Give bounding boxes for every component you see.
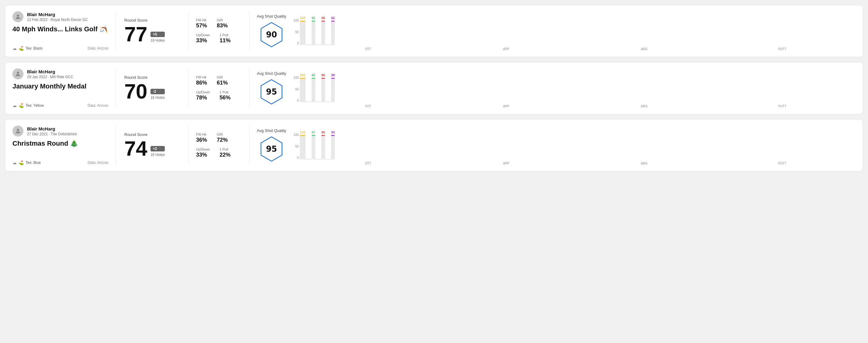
quality-section: Avg Shot Quality 95 100 50 0	[250, 68, 856, 108]
bar-value-arg: 98	[321, 16, 325, 20]
score-number: 70	[124, 81, 148, 101]
player-text: Blair McHarg 29 Jan 2022 · Mill Ride GCC	[27, 69, 73, 79]
oneputt-stat: 1 Putt 22%	[219, 148, 230, 158]
score-number: 77	[124, 24, 148, 44]
fw-hit-label: FW Hit	[196, 132, 207, 136]
fw-hit-stat: FW Hit 57%	[196, 18, 207, 29]
y-label-100: 100	[294, 19, 299, 22]
player-text: Blair McHarg 27 Dec 2021 · The Oxfordshi…	[27, 126, 77, 136]
weather-icon: ☁	[12, 46, 17, 51]
gir-value: 72%	[217, 137, 228, 143]
chart-label-arg: ARG	[578, 48, 710, 51]
fw-hit-label: FW Hit	[196, 18, 207, 22]
quality-section: Avg Shot Quality 95 100 50 0	[250, 126, 856, 165]
round-title: Christmas Round 🎄	[12, 139, 108, 148]
stats-row-top: FW Hit 86% GIR 61%	[196, 75, 242, 86]
data-source: Data: Arccos	[88, 161, 108, 165]
chart-bars-wrapper: 101 86 96 99	[300, 70, 848, 103]
oneputt-stat: 1 Putt 56%	[219, 90, 230, 101]
y-axis: 100 50 0	[294, 133, 299, 161]
bottom-row: ☁ ⛳ Tee: Blue Data: Arccos	[12, 160, 108, 165]
svg-point-4	[17, 129, 19, 131]
tee-label: Tee: Black	[26, 46, 42, 51]
stats-row-top: FW Hit 57% GIR 83%	[196, 18, 242, 29]
player-name: Blair McHarg	[27, 12, 88, 17]
fw-hit-stat: FW Hit 86%	[196, 75, 207, 86]
fw-hit-label: FW Hit	[196, 75, 207, 79]
bar-col-ott: 107	[300, 16, 305, 45]
player-text: Blair McHarg 12 Feb 2022 · Royal North D…	[27, 12, 88, 22]
player-date-course: 12 Feb 2022 · Royal North Devon GC	[27, 18, 88, 22]
bar-bg-app	[312, 78, 315, 102]
updown-value: 33%	[196, 152, 210, 158]
bar-bg-app	[312, 135, 315, 159]
gir-stat: GIR 83%	[217, 18, 228, 29]
y-axis: 100 50 0	[294, 19, 299, 46]
bar-value-app: 95	[312, 16, 315, 20]
oneputt-value: 56%	[219, 95, 230, 101]
oneputt-label: 1 Putt	[219, 148, 230, 151]
updown-stat: Up/Down 78%	[196, 90, 210, 101]
stats-row-bottom: Up/Down 33% 1 Putt 11%	[196, 33, 242, 44]
quality-label: Avg Shot Quality	[257, 71, 286, 76]
data-source: Data: Arccos	[88, 46, 108, 51]
bottom-row: ☁ ⛳ Tee: Yellow Data: Arccos	[12, 103, 108, 108]
score-row: 77 +5 18 Holes	[124, 24, 180, 44]
gir-value: 83%	[217, 23, 228, 29]
y-label-50: 50	[294, 88, 299, 91]
tee-info: ☁ ⛳ Tee: Blue	[12, 160, 41, 165]
y-label-100: 100	[294, 133, 299, 136]
golf-icon: ⛳	[19, 160, 24, 165]
chart-bars-wrapper: 110 87 95 93	[300, 127, 848, 161]
stats-section: FW Hit 36% GIR 72% Up/Down 33% 1 Putt	[189, 126, 250, 165]
tee-label: Tee: Blue	[26, 161, 41, 165]
tee-label: Tee: Yellow	[26, 103, 44, 107]
tee-info: ☁ ⛳ Tee: Yellow	[12, 103, 44, 108]
score-diff-badge: -2	[151, 89, 165, 94]
chart-bars-wrapper: 107 95 98 82	[300, 13, 848, 46]
fw-hit-stat: FW Hit 36%	[196, 132, 207, 143]
left-section: Blair McHarg 12 Feb 2022 · Royal North D…	[12, 11, 116, 51]
updown-value: 33%	[196, 37, 210, 44]
bottom-row: ☁ ⛳ Tee: Black Data: Arccos	[12, 46, 108, 51]
quality-section: Avg Shot Quality 90 100 50 0	[250, 11, 856, 51]
oneputt-stat: 1 Putt 11%	[219, 33, 230, 44]
mid-section: Round Score 70 -2 18 Holes	[116, 68, 189, 108]
y-label-100: 100	[294, 76, 299, 80]
round-score-label: Round Score	[124, 132, 180, 137]
stats-row-bottom: Up/Down 78% 1 Putt 56%	[196, 90, 242, 101]
bar-value-arg: 96	[321, 73, 325, 77]
bar-col-putt: 82	[331, 16, 335, 45]
chart-label-arg: ARG	[578, 104, 710, 108]
player-name: Blair McHarg	[27, 126, 77, 131]
round-card-round-1: Blair McHarg 12 Feb 2022 · Royal North D…	[5, 5, 863, 57]
bar-value-ott: 110	[300, 130, 305, 134]
hexagon-container: 95	[258, 135, 285, 163]
bar-value-arg: 95	[321, 130, 325, 134]
bar-bg-ott	[300, 21, 305, 45]
y-label-0: 0	[294, 42, 299, 45]
y-label-0: 0	[294, 156, 299, 159]
updown-label: Up/Down	[196, 148, 210, 151]
bar-chart: 100 50 0 110 87	[294, 126, 848, 165]
chart-label-putt: PUTT	[716, 162, 848, 165]
chart-label-app: APP	[440, 104, 572, 108]
avatar	[12, 126, 23, 136]
user-icon	[14, 70, 21, 77]
weather-icon: ☁	[12, 160, 17, 165]
round-card-round-3: Blair McHarg 27 Dec 2021 · The Oxfordshi…	[5, 119, 863, 172]
chart-label-app: APP	[440, 162, 572, 165]
score-details: +2 18 Holes	[151, 146, 165, 157]
chart-area: 110 87 95 93	[300, 127, 335, 161]
gir-label: GIR	[217, 18, 228, 22]
left-section: Blair McHarg 27 Dec 2021 · The Oxfordshi…	[12, 126, 116, 165]
score-diff-badge: +2	[151, 146, 165, 151]
quality-label: Avg Shot Quality	[257, 14, 286, 19]
user-icon	[14, 128, 21, 134]
y-label-50: 50	[294, 145, 299, 148]
bar-col-app: 95	[312, 16, 315, 45]
avatar	[12, 68, 23, 80]
gir-value: 61%	[217, 80, 228, 86]
svg-point-0	[17, 14, 19, 17]
stats-row-top: FW Hit 36% GIR 72%	[196, 132, 242, 143]
